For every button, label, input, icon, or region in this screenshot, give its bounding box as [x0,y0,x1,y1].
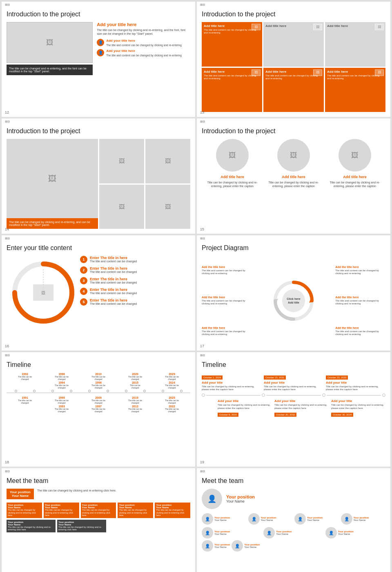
date-bbadge-19-2: October 30, 2034 [331,413,353,417]
circle-img-15-1: 🖼 [277,139,310,172]
circle-desc-15-2: Title can be changed by clicking and re-… [327,181,383,188]
tl-bottom-cols-19: Add your title Title can be changed by c… [202,399,385,418]
tl-bdesc-18-7: The title can be changed [127,408,143,413]
step-desc-16-0: The title and content can be changed [90,260,137,263]
logo-15: ⊞⊟ [200,120,205,123]
add-title-12[interactable]: Add your title here [97,22,190,27]
member-20-2[interactable]: Your position Your Name The title can be… [81,503,116,518]
step-num-16-4: 5 [80,298,87,306]
center-text-17[interactable]: Click hereAdd title [287,297,300,304]
tl-desc-18-6: The title can be changed [91,384,106,389]
tl-byear-18-4: 2025 [164,396,180,399]
tl-title-19-1[interactable]: Add your title [264,381,323,384]
cell-13-5[interactable]: 🖼 Add title here The title and content c… [325,68,385,112]
diag-left-title-17-2[interactable]: Add the title here [202,326,252,329]
dark-member-20-0[interactable]: Your position Your Name The title can be… [7,520,56,532]
member-desc-20-1: The title can be changed by clicking and… [45,509,78,517]
tl-item-18-4: 2029 The title can be changed [164,373,180,380]
avatar-b21-2: 👤 [325,527,337,538]
member-20-0[interactable]: Your position Your Name The title can be… [7,503,42,518]
tl-byear-18-2: 2009 [91,396,106,399]
tl-dot-19-1 [262,393,265,397]
logo-14: ⊞⊟ [5,120,10,123]
dark-desc-20-1: The title can be changed by clicking and… [58,526,105,531]
tl-dot-18-3 [70,390,72,392]
small-img-14-2: 🖼 [99,185,144,229]
row3-grid-21: 👤 Your position Your Name 👤 Your positio… [202,540,385,552]
tl-year-18-3: 2020 [127,373,143,375]
diag-right-title-17-0[interactable]: Add the title here [335,266,385,268]
member-20-4[interactable]: Your position Your Name The title can be… [155,503,190,518]
tl-dot-18-5 [107,390,109,392]
person-icon-2: 👤 [97,49,104,56]
cell-13-1[interactable]: 🖼 Add title here [263,22,324,67]
top-name-20: Your Name [10,494,31,498]
step-16-1: 2 Enter The title in here The title and … [80,266,190,274]
cell-13-0[interactable]: 🖼 Add title here The title and content c… [202,22,262,67]
tl-desc-18-0: The title can be changed [17,375,33,380]
tl-year-18-7: 2015 [127,381,143,384]
grid-13: 🖼 Add title here The title and content c… [202,22,385,112]
top-position-badge-20[interactable]: Your position Your Name [7,489,34,499]
top-info-21: Your position Your Name [226,494,255,503]
step-title-16-3[interactable]: Enter The title in here [90,288,137,292]
icon1-title-12[interactable]: Add your title here [106,39,182,42]
circle-title-15-1[interactable]: Add title here [266,175,321,179]
dark-desc-20-0: The title can be changed by clicking and… [8,526,54,531]
tl-line-18 [7,390,190,395]
member-20-1[interactable]: Your position Your Name The title can be… [44,503,79,518]
avatar-b21-0: 👤 [202,527,213,538]
logo-21: ⊞⊟ [200,470,205,473]
tl-spacer-19 [202,399,215,418]
tl-title-19-2[interactable]: Add your title [326,381,385,384]
step-16-0: 1 Enter The title in here The title and … [80,256,190,263]
diag-right-title-17-1[interactable]: Add the title here [335,296,385,299]
tl-desc-19-1: Title can be changed by clicking and re-… [264,385,323,391]
step-title-16-1[interactable]: Enter The title in here [90,266,137,270]
step-text-16-2: Enter The title in here The title and co… [90,277,137,284]
tl-year-18-8: 2024 [164,381,180,384]
step-num-16-2: 3 [80,277,87,284]
slide-13: ⊞⊟ Introduction to the project 🖼 Add tit… [197,2,390,117]
main-image-12: 🖼 [7,22,93,63]
step-title-16-0[interactable]: Enter The title in here [90,256,137,260]
tl-bitem-18-4: 2025 The title can be changed [164,396,180,404]
top-position-20: Your position [10,490,31,494]
diag-right-title-17-2[interactable]: Add the title here [335,326,385,329]
tl-btitle-19-1[interactable]: Add your title [274,399,329,403]
circle-desc-15-0: Title can be changed by clicking and re-… [205,181,260,188]
step-title-16-4[interactable]: Enter The title in here [90,298,137,302]
tl-bdesc-19-2: Title can be changed by clicking and re-… [331,404,385,409]
diag-left-title-17-0[interactable]: Add the title here [202,266,252,268]
step-16-2: 3 Enter The title in here The title and … [80,277,190,284]
step-title-16-2[interactable]: Enter The title in here [90,277,137,281]
cell-13-4[interactable]: 🖼 Add title here The title and content c… [263,68,324,112]
diag-left-desc-17-0: The title and content can be changed by … [202,269,252,275]
title-14: Introduction to the project [7,127,190,135]
member-20-3[interactable]: Your position Your Name The title can be… [118,503,153,518]
cell-13-3[interactable]: 🖼 Add title here The title and content c… [202,68,262,112]
cell-img-13-1: 🖼 [313,24,322,30]
tl-btitle-19-0[interactable]: Add your title [218,399,272,403]
tl-bdesc-18-4: The title can be changed [164,399,180,404]
tl-desc-18-7: Title can be changed [127,384,143,389]
member-21-2: 👤 Your position Your Name [294,513,339,525]
team-row1-20: Your position Your Name The title can be… [7,503,190,518]
tl-byear-18-1: 1995 [54,396,69,399]
left-large-14: 🖼 The title can be changed by clicking a… [7,139,98,229]
center-circle-17[interactable]: Click hereAdd title [273,280,314,321]
dark-member-20-1[interactable]: Your position Your Name The title can be… [57,520,106,532]
r3-name-21-0: Your Name [214,546,230,548]
circle-title-15-2[interactable]: Add title here [327,175,383,179]
cell-img-13-3: 🖼 [252,69,261,76]
r3-name-21-1: Your Name [244,546,260,548]
icon2-title-12[interactable]: Add your title here [106,49,182,53]
cell-13-2[interactable]: 🖼 Add title here [325,22,385,67]
slide-num-12: 12 [5,110,9,114]
slide-15: ⊞⊟ Introduction to the project 🖼 Add tit… [197,118,390,234]
circle-title-15-0[interactable]: Add title here [205,175,260,179]
diag-left-title-17-1[interactable]: Add the title here [202,296,252,299]
tl-col-19-2: October 23, 2033 Add your title Title ca… [326,373,385,391]
tl-title-19-0[interactable]: Add your title [202,381,261,384]
tl-btitle-19-2[interactable]: Add your title [331,399,385,403]
